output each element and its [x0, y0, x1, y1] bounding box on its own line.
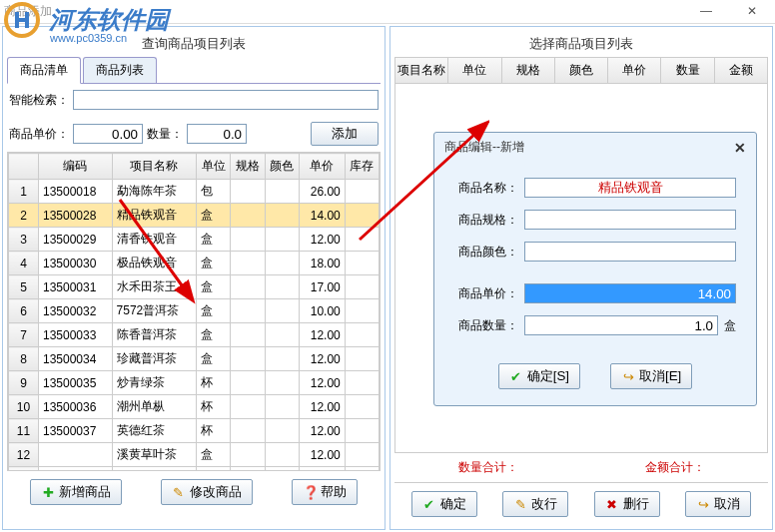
smart-search-input[interactable]	[73, 90, 379, 110]
right-body: 商品编辑--新增 ✕ 商品名称： 商品规格： 商品颜色： 商品单价： 商品数量：…	[394, 84, 768, 453]
tab-item-list[interactable]: 商品列表	[83, 57, 157, 83]
table-row[interactable]: 12溪黄草叶茶盒12.00	[9, 443, 380, 467]
dlg-name-label: 商品名称：	[454, 180, 524, 197]
col-header: 单位	[448, 58, 501, 83]
dialog-close-button[interactable]: ✕	[734, 140, 746, 156]
col-header[interactable]: 编码	[39, 154, 113, 180]
table-row[interactable]: 813500034珍藏普洱茶盒12.00	[9, 347, 380, 371]
col-header: 项目名称	[395, 58, 448, 83]
col-header[interactable]: 单价	[299, 154, 345, 180]
smart-search-label: 智能检索：	[9, 92, 69, 109]
qty-total-label: 数量合计：	[458, 459, 518, 476]
exit-icon: ↪	[621, 369, 635, 383]
col-header[interactable]: 项目名称	[112, 154, 197, 180]
check-icon: ✔	[422, 497, 436, 511]
table-row[interactable]: 313500029清香铁观音盒12.00	[9, 228, 380, 252]
tab-product-list[interactable]: 商品清单	[7, 57, 81, 84]
dlg-ok-button[interactable]: ✔确定[S]	[498, 363, 580, 389]
col-header[interactable]: 颜色	[265, 154, 299, 180]
left-tabs: 商品清单 商品列表	[7, 57, 381, 84]
edit-row-button[interactable]: ✎改行	[502, 491, 568, 517]
col-header: 规格	[502, 58, 555, 83]
edit-icon: ✎	[513, 497, 527, 511]
right-table-header: 项目名称单位规格颜色单价数量金额	[394, 57, 768, 84]
confirm-button[interactable]: ✔确定	[411, 491, 477, 517]
title-bar: 商品添加 — ✕	[0, 0, 775, 24]
dlg-price-label: 商品单价：	[454, 285, 524, 302]
product-edit-dialog: 商品编辑--新增 ✕ 商品名称： 商品规格： 商品颜色： 商品单价： 商品数量：…	[433, 132, 757, 406]
edit-product-button[interactable]: ✎修改商品	[161, 479, 253, 505]
dlg-qty-input[interactable]	[524, 315, 718, 335]
qty-label: 数量：	[147, 126, 183, 143]
delete-icon: ✖	[605, 497, 619, 511]
exit-icon: ↪	[696, 497, 710, 511]
col-header[interactable]: 库存	[345, 154, 379, 180]
table-row[interactable]: 213500028精品铁观音盒14.00	[9, 204, 380, 228]
close-button[interactable]: ✕	[729, 0, 775, 22]
left-panel-title: 查询商品项目列表	[7, 31, 381, 57]
dlg-color-input[interactable]	[524, 242, 736, 262]
table-row[interactable]: 913500035炒青绿茶杯12.00	[9, 371, 380, 395]
product-table: 编码项目名称单位规格颜色单价库存 113500018勐海陈年茶包26.00213…	[8, 153, 380, 471]
col-header: 颜色	[555, 58, 608, 83]
dlg-qty-label: 商品数量：	[454, 317, 524, 334]
dlg-qty-unit: 盒	[724, 317, 736, 334]
cancel-button[interactable]: ↪取消	[685, 491, 751, 517]
dlg-cancel-button[interactable]: ↪取消[E]	[610, 363, 692, 389]
table-row[interactable]: 1113500037英德红茶杯12.00	[9, 419, 380, 443]
amt-total-label: 金额合计：	[645, 459, 705, 476]
minimize-button[interactable]: —	[683, 0, 729, 22]
right-panel: 选择商品项目列表 项目名称单位规格颜色单价数量金额 商品编辑--新增 ✕ 商品名…	[389, 26, 773, 530]
qty-input[interactable]	[187, 124, 247, 144]
check-icon: ✔	[509, 369, 523, 383]
product-table-wrap[interactable]: 编码项目名称单位规格颜色单价库存 113500018勐海陈年茶包26.00213…	[7, 152, 381, 471]
help-button[interactable]: ❓帮助	[292, 479, 358, 505]
add-button[interactable]: 添加	[311, 122, 379, 146]
right-panel-title: 选择商品项目列表	[394, 31, 768, 57]
add-icon: ✚	[41, 485, 55, 499]
price-label: 商品单价：	[9, 126, 69, 143]
new-product-button[interactable]: ✚新增商品	[30, 479, 122, 505]
table-row[interactable]: 6135000327572普洱茶盒10.00	[9, 299, 380, 323]
col-header[interactable]: 单位	[197, 154, 231, 180]
table-row[interactable]: 713500033陈香普洱茶盒12.00	[9, 323, 380, 347]
col-header[interactable]: 规格	[231, 154, 265, 180]
price-input[interactable]	[73, 124, 143, 144]
col-header: 金额	[715, 58, 767, 83]
delete-row-button[interactable]: ✖删行	[594, 491, 660, 517]
table-row[interactable]: 113500018勐海陈年茶包26.00	[9, 180, 380, 204]
help-icon: ❓	[303, 485, 317, 499]
dlg-name-input[interactable]	[524, 178, 736, 198]
dlg-price-input[interactable]	[524, 283, 736, 303]
dialog-title: 商品编辑--新增	[444, 139, 524, 156]
dlg-color-label: 商品颜色：	[454, 244, 524, 261]
col-header: 数量	[661, 58, 714, 83]
dlg-spec-label: 商品规格：	[454, 212, 524, 229]
col-header: 单价	[608, 58, 661, 83]
edit-icon: ✎	[172, 485, 186, 499]
left-panel: 查询商品项目列表 商品清单 商品列表 智能检索： 商品单价： 数量： 添加 编码…	[2, 26, 386, 530]
table-row[interactable]: 413500030极品铁观音盒18.00	[9, 252, 380, 275]
window-title: 商品添加	[4, 3, 52, 20]
table-row[interactable]: 513500031水禾田茶王盒17.00	[9, 275, 380, 299]
table-row[interactable]: 1013500036潮州单枞杯12.00	[9, 395, 380, 419]
dlg-spec-input[interactable]	[524, 210, 736, 230]
